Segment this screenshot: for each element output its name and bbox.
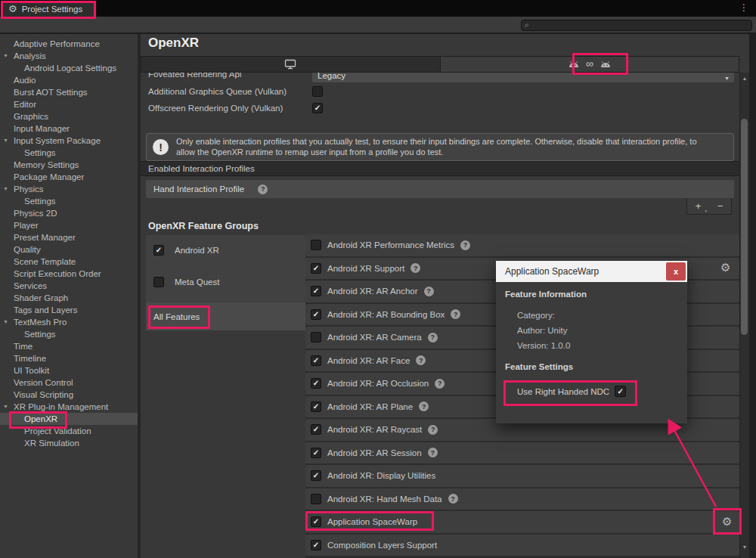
foldout-icon[interactable]: ▼ xyxy=(3,183,8,195)
tab-android-xr[interactable]: ∞ xyxy=(441,57,739,72)
sidebar-item-visual-scripting[interactable]: Visual Scripting xyxy=(0,389,138,401)
help-icon[interactable]: ? xyxy=(416,355,426,365)
sidebar-item-physics-2d[interactable]: Physics 2D xyxy=(0,207,138,219)
help-icon[interactable]: ? xyxy=(448,494,458,504)
sidebar-item-graphics[interactable]: Graphics xyxy=(0,110,138,122)
add-profile-button[interactable]: +▾ xyxy=(687,198,709,214)
sidebar-item-script-execution-order[interactable]: Script Execution Order xyxy=(0,268,138,280)
sidebar-item-memory-settings[interactable]: Memory Settings xyxy=(0,159,138,171)
sidebar-item-input-manager[interactable]: Input Manager xyxy=(0,122,138,135)
scrollbar-thumb[interactable] xyxy=(741,119,748,335)
feature-row-application-spacewarp[interactable]: ✓Application SpaceWarp xyxy=(305,511,739,533)
feature-checkbox[interactable]: ✓ xyxy=(311,401,321,412)
feature-checkbox[interactable]: ✓ xyxy=(311,309,321,320)
feature-checkbox[interactable]: ✓ xyxy=(311,286,321,296)
sidebar-item-tags-and-layers[interactable]: Tags and Layers xyxy=(0,304,138,316)
help-icon[interactable]: ? xyxy=(435,379,445,389)
help-icon[interactable]: ? xyxy=(419,401,429,411)
android-xr-group-checkbox[interactable]: ✓ xyxy=(153,245,164,256)
help-icon[interactable]: ? xyxy=(258,184,268,194)
sidebar-item-services[interactable]: Services xyxy=(0,280,138,292)
feature-checkbox[interactable]: ✓ xyxy=(311,240,321,250)
sidebar-item-burst-aot-settings[interactable]: Burst AOT Settings xyxy=(0,86,138,98)
use-right-handed-ndc-checkbox[interactable]: ✓ xyxy=(615,386,626,397)
project-settings-window: ⚙ Project Settings ⋮ ⌕ Adaptive Performa… xyxy=(0,0,756,558)
feature-checkbox[interactable]: ✓ xyxy=(311,378,321,389)
feature-checkbox[interactable]: ✓ xyxy=(311,448,321,458)
help-icon[interactable]: ? xyxy=(411,263,420,273)
sidebar-item-audio[interactable]: Audio xyxy=(0,74,138,86)
sidebar-item-shader-graph[interactable]: Shader Graph xyxy=(0,292,138,304)
feature-row-android-xr-performance-metrics[interactable]: ✓Android XR Performance Metrics? xyxy=(305,234,739,256)
sidebar-item-adaptive-performance[interactable]: Adaptive Performance xyxy=(0,38,138,50)
sidebar-item-scene-template[interactable]: Scene Template xyxy=(0,256,138,268)
sidebar-item-label: Physics 2D xyxy=(14,209,57,218)
help-icon[interactable]: ? xyxy=(460,240,470,250)
sidebar-item-input-system-package[interactable]: ▼Input System Package xyxy=(0,135,138,147)
popup-close-button[interactable]: x xyxy=(666,262,686,281)
sidebar-item-version-control[interactable]: Version Control xyxy=(0,377,138,389)
additional-queue-checkbox[interactable]: ✓ xyxy=(312,86,323,97)
sidebar-item-settings[interactable]: Settings xyxy=(0,328,138,340)
help-icon[interactable]: ? xyxy=(451,309,460,319)
sidebar-item-xr-simulation[interactable]: XR Simulation xyxy=(0,437,138,449)
sidebar-item-xr-plug-in-management[interactable]: ▼XR Plug-in Management xyxy=(0,401,138,413)
feature-groups-header: OpenXR Feature Groups xyxy=(148,221,259,231)
sidebar-item-time[interactable]: Time xyxy=(0,340,138,352)
help-icon[interactable]: ? xyxy=(428,333,438,343)
feature-row-composition-layers-support[interactable]: ✓Composition Layers Support xyxy=(305,535,739,556)
search-input[interactable] xyxy=(529,21,748,30)
sidebar-item-settings[interactable]: Settings xyxy=(0,195,138,207)
kebab-menu-icon[interactable]: ⋮ xyxy=(739,2,748,13)
foldout-icon[interactable]: ▼ xyxy=(3,135,8,147)
scroll-up-icon[interactable]: ▲ xyxy=(741,76,748,81)
sidebar-item-project-validation[interactable]: Project Validation xyxy=(0,425,138,437)
sidebar-item-physics[interactable]: ▼Physics xyxy=(0,183,138,195)
feature-checkbox[interactable]: ✓ xyxy=(311,332,321,343)
sidebar-item-textmesh-pro[interactable]: ▼TextMesh Pro xyxy=(0,316,138,328)
tab-desktop[interactable] xyxy=(141,57,441,72)
remove-profile-button[interactable]: − xyxy=(709,198,731,214)
sidebar-item-quality[interactable]: Quality xyxy=(0,243,138,256)
spacewarp-settings-gear-icon[interactable]: ⚙ xyxy=(722,516,732,527)
feature-checkbox[interactable]: ✓ xyxy=(311,516,321,527)
sidebar-item-preset-manager[interactable]: Preset Manager xyxy=(0,231,138,243)
feature-settings-gear-icon[interactable]: ⚙ xyxy=(720,262,730,273)
scroll-down-icon[interactable]: ▼ xyxy=(741,544,748,550)
feature-checkbox[interactable]: ✓ xyxy=(311,470,321,481)
sidebar-item-analysis[interactable]: ▼Analysis xyxy=(0,50,138,62)
feature-checkbox[interactable]: ✓ xyxy=(311,263,321,274)
feature-row-android-xr-ar-session[interactable]: ✓Android XR: AR Session? xyxy=(305,442,739,464)
all-features-item[interactable]: All Features xyxy=(146,302,305,330)
offscreen-checkbox[interactable]: ✓ xyxy=(312,103,323,113)
help-icon[interactable]: ? xyxy=(424,287,434,296)
feature-checkbox[interactable]: ✓ xyxy=(311,355,321,366)
feature-label: Android XR: AR Occlusion xyxy=(327,379,429,388)
sidebar-item-label: Services xyxy=(14,281,47,290)
sidebar-item-package-manager[interactable]: Package Manager xyxy=(0,171,138,183)
foldout-icon[interactable]: ▼ xyxy=(3,401,8,413)
caret-down-icon: ▾ xyxy=(705,209,707,213)
sidebar-item-label: Settings xyxy=(24,148,56,157)
feature-checkbox[interactable]: ✓ xyxy=(311,424,321,435)
help-icon[interactable]: ? xyxy=(428,448,438,457)
sidebar-item-openxr[interactable]: OpenXR xyxy=(0,413,138,425)
feature-checkbox[interactable]: ✓ xyxy=(311,494,321,504)
project-settings-tab[interactable]: ⚙ Project Settings xyxy=(2,1,94,17)
sidebar-item-editor[interactable]: Editor xyxy=(0,98,138,110)
feature-label: Android XR: Hand Mesh Data xyxy=(327,494,442,504)
sidebar-item-timeline[interactable]: Timeline xyxy=(0,352,138,364)
help-icon[interactable]: ? xyxy=(428,425,438,435)
sidebar-item-player[interactable]: Player xyxy=(0,219,138,231)
sidebar-item-android-logcat-settings[interactable]: Android Logcat Settings xyxy=(0,62,138,74)
sidebar-item-ui-toolkit[interactable]: UI Toolkit xyxy=(0,364,138,377)
foldout-icon[interactable]: ▼ xyxy=(3,316,8,328)
foldout-icon[interactable]: ▼ xyxy=(3,50,8,62)
feature-checkbox[interactable]: ✓ xyxy=(311,540,321,550)
search-box[interactable]: ⌕ xyxy=(521,20,752,31)
feature-row-android-xr-hand-mesh-data[interactable]: ✓Android XR: Hand Mesh Data? xyxy=(305,488,739,510)
sidebar-item-settings[interactable]: Settings xyxy=(0,147,138,159)
hand-interaction-profile-row[interactable]: Hand Interaction Profile ? xyxy=(146,180,734,198)
meta-quest-group-checkbox[interactable]: ✓ xyxy=(153,277,164,287)
feature-row-android-xr-display-utilities[interactable]: ✓Android XR: Display Utilities xyxy=(305,465,739,487)
